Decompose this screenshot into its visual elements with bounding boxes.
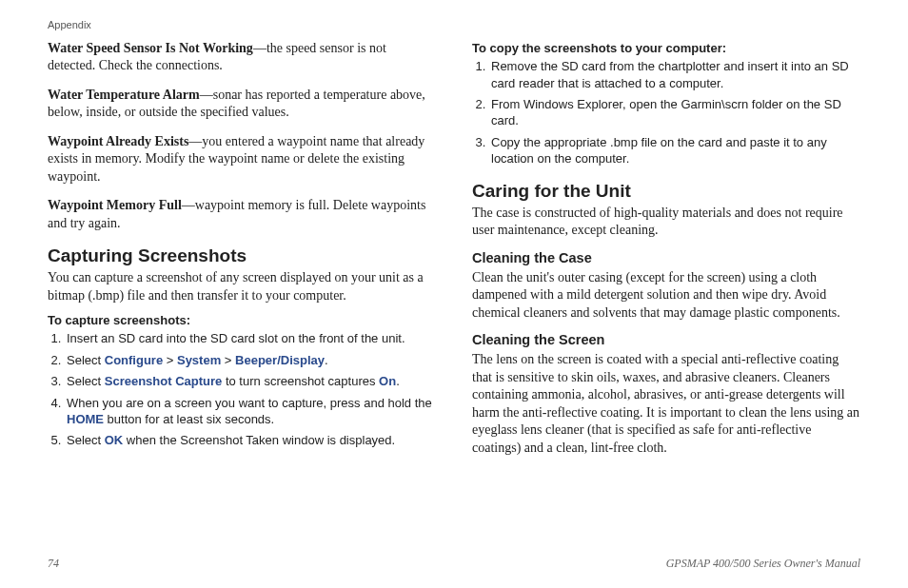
section-heading-caring: Caring for the Unit bbox=[472, 179, 860, 203]
procedure-title-copy: To copy the screenshots to your computer… bbox=[472, 40, 860, 56]
definition-entry: Waypoint Memory Full—waypoint memory is … bbox=[48, 197, 436, 232]
list-item: Select Screenshot Capture to turn screen… bbox=[65, 373, 436, 389]
button-ok: OK bbox=[105, 433, 124, 447]
text: > bbox=[221, 353, 235, 367]
manual-title: GPSMAP 400/500 Series Owner's Manual bbox=[666, 557, 860, 571]
subheading-clean-case: Cleaning the Case bbox=[472, 249, 860, 267]
list-item: Select Configure > System > Beeper/Displ… bbox=[65, 352, 436, 368]
procedure-steps-copy: Remove the SD card from the chartplotter… bbox=[472, 58, 860, 167]
text: . bbox=[325, 353, 328, 367]
text: button for at least six seconds. bbox=[104, 412, 274, 426]
running-header: Appendix bbox=[48, 19, 860, 30]
text: to turn screenshot captures bbox=[222, 374, 379, 388]
menu-path-beeper-display: Beeper/Display bbox=[235, 353, 325, 367]
section-intro-caring: The case is constructed of high-quality … bbox=[472, 205, 860, 240]
body-clean-screen: The lens on the screen is coated with a … bbox=[472, 351, 860, 457]
procedure-title-capture: To capture screenshots: bbox=[48, 312, 436, 328]
def-term: Waypoint Memory Full bbox=[48, 198, 182, 212]
text: > bbox=[163, 353, 177, 367]
section-intro: You can capture a screenshot of any scre… bbox=[48, 269, 436, 304]
option-on: On bbox=[379, 374, 396, 388]
text: Select bbox=[67, 353, 105, 367]
def-term: Water Speed Sensor Is Not Working bbox=[48, 41, 253, 55]
subheading-clean-screen: Cleaning the Screen bbox=[472, 331, 860, 349]
def-term: Water Temperature Alarm bbox=[48, 88, 200, 102]
page-footer: 74 GPSMAP 400/500 Series Owner's Manual bbox=[48, 557, 860, 571]
right-column: To copy the screenshots to your computer… bbox=[472, 40, 860, 550]
list-item: Insert an SD card into the SD card slot … bbox=[65, 330, 436, 346]
left-column: Water Speed Sensor Is Not Working—the sp… bbox=[48, 40, 436, 550]
definition-entry: Water Temperature Alarm—sonar has report… bbox=[48, 87, 436, 122]
body-clean-case: Clean the unit's outer casing (except fo… bbox=[472, 269, 860, 322]
text: when the Screenshot Taken window is disp… bbox=[123, 433, 395, 447]
option-screenshot-capture: Screenshot Capture bbox=[105, 374, 223, 388]
page-columns: Water Speed Sensor Is Not Working—the sp… bbox=[48, 40, 860, 550]
list-item: Remove the SD card from the chartplotter… bbox=[489, 58, 860, 91]
list-item: Copy the appropriate .bmp file on the ca… bbox=[489, 134, 860, 167]
text: . bbox=[396, 374, 400, 388]
def-term: Waypoint Already Exists bbox=[48, 134, 188, 148]
menu-path-system: System bbox=[177, 353, 221, 367]
page-number: 74 bbox=[48, 557, 59, 571]
text: Select bbox=[67, 374, 105, 388]
text: Select bbox=[67, 433, 105, 447]
text: When you are on a screen you want to cap… bbox=[67, 396, 432, 410]
menu-path-configure: Configure bbox=[105, 353, 163, 367]
procedure-steps-capture: Insert an SD card into the SD card slot … bbox=[48, 330, 436, 448]
section-heading-screenshots: Capturing Screenshots bbox=[48, 244, 436, 267]
definition-entry: Waypoint Already Exists—you entered a wa… bbox=[48, 133, 436, 186]
list-item: When you are on a screen you want to cap… bbox=[65, 395, 436, 428]
button-home: HOME bbox=[67, 412, 104, 426]
definition-entry: Water Speed Sensor Is Not Working—the sp… bbox=[48, 40, 436, 75]
list-item: From Windows Explorer, open the Garmin\s… bbox=[489, 96, 860, 129]
list-item: Select OK when the Screenshot Taken wind… bbox=[65, 432, 436, 448]
